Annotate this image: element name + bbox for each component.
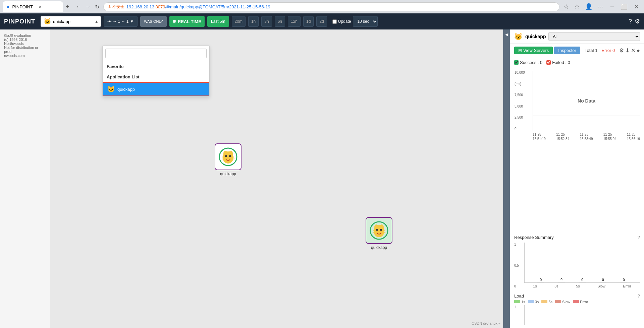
tab-close-button[interactable]: ✕ xyxy=(38,4,42,9)
view-servers-tab[interactable]: ⊞ View Servers xyxy=(514,47,553,54)
realtime-button[interactable]: ⊞ REAL TIME xyxy=(169,16,205,27)
x-label-1: 11-2515:51:19 xyxy=(533,132,546,141)
interval-select[interactable]: 10 sec 30 sec 1 min xyxy=(353,16,378,27)
no-data-label: No Data xyxy=(578,98,595,104)
gojs-line1: GoJS evaluation xyxy=(4,34,46,38)
main-content: GoJS evaluation (c) 1998-2016 Northwoods… xyxy=(0,29,644,328)
chart-y-axis: 10,000 (ms) 7,500 5,000 2,500 0 xyxy=(515,71,525,131)
load-legend: 1s 3s 5s Slow xyxy=(514,300,640,304)
inspector-tab[interactable]: Inspector xyxy=(554,47,580,54)
app-selector[interactable]: 🐱 quickapp ▲ xyxy=(41,16,101,27)
y-label-0: 0 xyxy=(515,127,525,131)
resp-val-5s: 0 xyxy=(581,278,583,282)
legend-item-3s: 3s xyxy=(528,300,539,304)
panel-header: 🐱 quickapp All xyxy=(510,29,644,44)
chevron-up-icon: ▲ xyxy=(94,19,99,24)
minimize-button[interactable]: ─ xyxy=(608,2,617,11)
settings-button[interactable]: ⚙ xyxy=(635,18,640,25)
maximize-button[interactable]: ⬜ xyxy=(618,2,630,11)
address-text: 192.168.20.13:8079/#/main/quickapp@TOMCA… xyxy=(126,4,270,9)
dropdown-item-quickapp[interactable]: 🐱 quickapp xyxy=(103,82,209,96)
panel-collapse-button[interactable]: ◀ xyxy=(503,29,510,328)
node-label-1: quickapp xyxy=(220,172,236,176)
20m-button[interactable]: 20m xyxy=(232,16,246,27)
watermark: CSDN @Jiangxl~ xyxy=(472,321,500,325)
svg-point-3 xyxy=(229,151,233,156)
grid-icon-panel: ⊞ xyxy=(518,48,522,53)
app-list-section-title: Application List xyxy=(103,72,209,82)
conn-dropdown-icon: ▼ xyxy=(130,19,134,24)
back-button[interactable]: ← xyxy=(75,2,83,11)
failed-label: Failed : 0 xyxy=(552,60,570,65)
tab-title: PINPOINT xyxy=(12,4,33,9)
update-section: Update 10 sec 30 sec 1 min xyxy=(332,16,378,27)
last5m-button[interactable]: Last 5m xyxy=(207,16,229,27)
gojs-line3: Not for distribution or prod xyxy=(4,46,46,54)
update-checkbox-label[interactable]: Update xyxy=(332,19,351,24)
panel-download-button[interactable]: ⬇ xyxy=(625,47,630,54)
forward-button[interactable]: → xyxy=(84,2,92,11)
reading-list-button[interactable]: ☆ xyxy=(573,2,581,12)
browser-tab[interactable]: ● PINPOINT ✕ xyxy=(3,1,63,12)
node-quickapp-1[interactable]: quickapp xyxy=(215,143,241,176)
map-area[interactable]: Favorite Application List 🐱 quickapp xyxy=(50,29,503,328)
dropdown-search-input[interactable] xyxy=(105,49,207,58)
failed-checkbox-label[interactable]: Failed : 0 xyxy=(546,60,570,65)
bookmark-star-button[interactable]: ☆ xyxy=(562,2,570,12)
response-summary-section: Response Summary ? 1 0.5 0 0 xyxy=(510,232,644,291)
load-section: Load ? 1s 3s 5s xyxy=(510,291,644,328)
update-checkbox[interactable] xyxy=(332,19,337,24)
new-tab-button[interactable]: + xyxy=(66,3,69,10)
resp-y-05: 0.5 xyxy=(514,264,519,267)
response-time-chart-area: 10,000 (ms) 7,500 5,000 2,500 0 No Data xyxy=(510,68,644,232)
y-label-10000: 10,000 xyxy=(515,71,525,74)
close-window-button[interactable]: ✕ xyxy=(632,2,641,11)
update-label: Update xyxy=(338,19,351,24)
svg-point-2 xyxy=(223,151,227,156)
y-label-ms: (ms) xyxy=(515,82,525,86)
failed-checkbox[interactable] xyxy=(546,60,551,65)
1h-button[interactable]: 1h xyxy=(248,16,259,27)
legend-item-error: Error xyxy=(573,300,588,304)
gojs-line4: nwoods.com xyxy=(4,54,46,58)
panel-settings-button[interactable]: ⚙ xyxy=(619,47,624,54)
resp-val-1s: 0 xyxy=(540,278,542,282)
last5m-label: Last 5m xyxy=(211,19,225,24)
resp-val-error: 0 xyxy=(623,278,625,282)
connection-info: ••• → 1 ↔ 1 ▼ xyxy=(104,16,138,27)
browser-controls: ← → ↻ xyxy=(75,2,101,11)
12h-button[interactable]: 12h xyxy=(288,16,301,27)
svg-point-13 xyxy=(380,224,384,230)
1d-button[interactable]: 1d xyxy=(303,16,314,27)
response-y-axis: 1 0.5 0 xyxy=(514,243,519,288)
favorite-section-title: Favorite xyxy=(103,61,209,72)
svg-point-12 xyxy=(374,224,378,230)
3h-button[interactable]: 3h xyxy=(261,16,272,27)
dropdown-item-icon: 🐱 xyxy=(107,85,115,93)
6h-button[interactable]: 6h xyxy=(275,16,285,27)
more-options-button[interactable]: ⋯ xyxy=(596,2,605,12)
reload-button[interactable]: ↻ xyxy=(94,2,101,11)
2d-button[interactable]: 2d xyxy=(316,16,327,27)
resp-x-slow: Slow xyxy=(597,284,605,288)
node-quickapp-2[interactable]: quickapp xyxy=(366,217,392,250)
inspector-label: Inspector xyxy=(558,48,576,53)
was-only-button[interactable]: WAS ONLY xyxy=(140,16,167,27)
dropdown-search-wrapper xyxy=(103,46,209,61)
response-chart-wrapper: 1 0.5 0 0 0 0 xyxy=(524,243,640,288)
panel-close-button[interactable]: ✕ xyxy=(631,47,635,54)
response-x-axis: 1s 3s 5s Slow Error xyxy=(524,284,640,288)
panel-filter-select[interactable]: All xyxy=(548,32,640,41)
profile-button[interactable]: 👤 xyxy=(584,2,594,12)
help-button[interactable]: ? xyxy=(629,18,632,25)
tomcat-icon-1 xyxy=(218,147,238,167)
resp-y-0: 0 xyxy=(514,284,519,288)
resp-y-1: 1 xyxy=(514,243,519,246)
success-checkbox[interactable] xyxy=(514,60,519,65)
realtime-label: REAL TIME xyxy=(178,19,201,24)
panel-info-button[interactable]: ● xyxy=(637,48,640,54)
success-checkbox-label[interactable]: Success : 0 xyxy=(514,60,542,65)
view-servers-label: View Servers xyxy=(523,48,549,53)
load-y-axis: 1 xyxy=(514,305,516,309)
address-bar[interactable]: ⚠ 不安全 192.168.20.13:8079/#/main/quickapp… xyxy=(103,2,559,11)
